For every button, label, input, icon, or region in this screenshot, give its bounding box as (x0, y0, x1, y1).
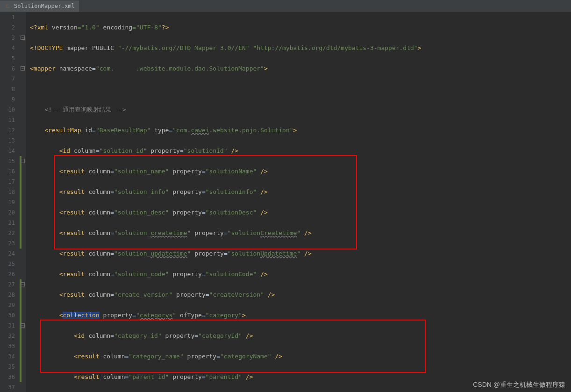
line-number: 29 (0, 300, 15, 310)
line-number: 1 (0, 12, 15, 22)
tab-bar: ⬚ SolutionMapper.xml (0, 0, 571, 12)
line-number: 9 (0, 94, 15, 105)
code-line[interactable]: <?xml version="1.0" encoding="UTF-8"?> (30, 22, 571, 33)
code-line[interactable]: <id column="solution_id" property="solut… (30, 146, 571, 156)
code-line[interactable]: <result column="category_name" property=… (30, 351, 571, 362)
change-marker (20, 156, 21, 249)
fold-toggle-icon[interactable]: − (21, 66, 25, 71)
line-number: 28 (0, 290, 15, 300)
code-area[interactable]: <?xml version="1.0" encoding="UTF-8"?> <… (26, 12, 571, 392)
line-number: 6 (0, 64, 15, 74)
code-line[interactable]: <result column="solution_updatetime" pro… (30, 249, 571, 259)
line-number: 10 (0, 105, 15, 115)
code-line[interactable]: <result column="solution_createtime" pro… (30, 228, 571, 238)
fold-column: − − − − − (20, 12, 26, 392)
file-tab[interactable]: ⬚ SolutionMapper.xml (0, 0, 80, 12)
xml-file-icon: ⬚ (5, 3, 11, 9)
line-number: 25 (0, 259, 15, 269)
code-line[interactable]: <collection property="categorys" ofType=… (30, 310, 571, 321)
code-line[interactable]: <result column="create_version" property… (30, 290, 571, 300)
line-number: 35 (0, 362, 15, 372)
line-number: 14 (0, 146, 15, 156)
line-number: 27 (0, 279, 15, 290)
line-number: 19 (0, 197, 15, 207)
change-marker (20, 279, 21, 382)
line-number: 8 (0, 84, 15, 94)
code-line[interactable]: <id column="category_id" property="categ… (30, 331, 571, 341)
code-line[interactable]: <result column="solution_desc" property=… (30, 207, 571, 218)
line-number: 36 (0, 372, 15, 382)
fold-toggle-icon[interactable]: − (21, 36, 25, 40)
line-number: 31 (0, 321, 15, 331)
code-line[interactable]: <resultMap id="BaseResultMap" type="com.… (30, 125, 571, 135)
tab-filename: SolutionMapper.xml (14, 3, 75, 9)
code-line[interactable]: <result column="solution_code" property=… (30, 269, 571, 279)
code-line[interactable]: <result column="solution_name" property=… (30, 166, 571, 177)
code-line[interactable]: <!-- 通用查询映射结果 --> (30, 105, 571, 115)
line-number: 4 (0, 43, 15, 53)
line-number: 3 (0, 33, 15, 43)
fold-toggle-icon[interactable]: − (21, 282, 25, 286)
line-number: 7 (0, 74, 15, 84)
code-line[interactable]: <!DOCTYPE mapper PUBLIC "-//mybatis.org/… (30, 43, 571, 53)
line-number: 23 (0, 238, 15, 249)
editor[interactable]: 1 2 3 4 5 6 7 8 9 10 11 12 13 14 15 16 1… (0, 12, 571, 392)
line-number: 17 (0, 177, 15, 187)
fold-toggle-icon[interactable]: − (21, 323, 25, 328)
line-number: 16 (0, 166, 15, 177)
line-number: 15 (0, 156, 15, 166)
line-number: 21 (0, 218, 15, 228)
line-number: 32 (0, 331, 15, 341)
code-line[interactable]: <mapper namespace="com. .website.module.… (30, 64, 571, 74)
line-number: 20 (0, 207, 15, 218)
line-number: 22 (0, 228, 15, 238)
highlight-box-select (40, 320, 426, 373)
code-line[interactable]: <result column="solution_info" property=… (30, 187, 571, 197)
line-number: 2 (0, 22, 15, 33)
line-number: 12 (0, 125, 15, 135)
line-number: 26 (0, 269, 15, 279)
line-number: 13 (0, 135, 15, 146)
line-number-gutter: 1 2 3 4 5 6 7 8 9 10 11 12 13 14 15 16 1… (0, 12, 20, 392)
line-number: 33 (0, 341, 15, 351)
line-number: 37 (0, 382, 15, 392)
watermark-text: CSDN @重生之机械生做程序猿 (473, 381, 565, 389)
line-number: 5 (0, 53, 15, 64)
code-line[interactable] (30, 84, 571, 94)
line-number: 18 (0, 187, 15, 197)
line-number: 11 (0, 115, 15, 125)
line-number: 30 (0, 310, 15, 321)
line-number: 24 (0, 249, 15, 259)
line-number: 34 (0, 351, 15, 362)
fold-toggle-icon[interactable]: − (21, 159, 25, 163)
